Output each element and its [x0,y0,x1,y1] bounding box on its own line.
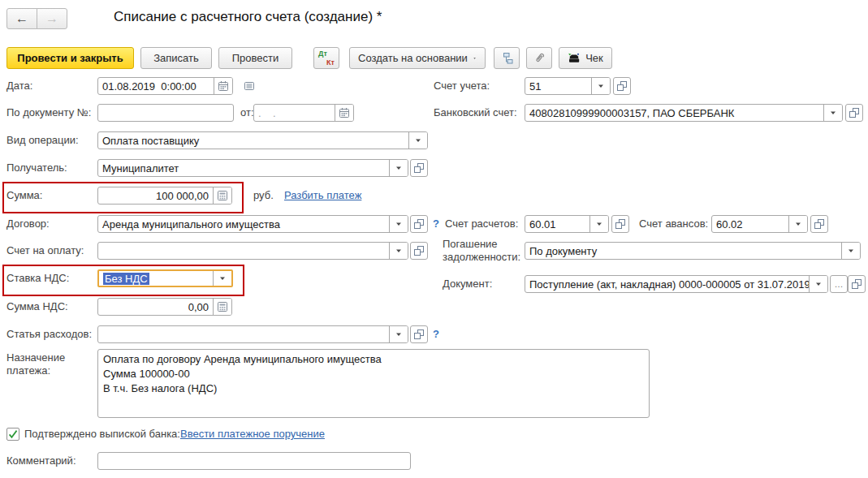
amount-calculator-button[interactable] [213,187,231,204]
debt-repayment-value: По документу [525,243,841,259]
invoice-value [98,243,389,259]
bank-account-field[interactable]: 40802810999900003157, ПАО СБЕРБАНК [525,104,843,122]
invoice-field[interactable] [97,242,408,260]
contract-help-icon[interactable]: ? [433,215,439,233]
open-icon [848,106,861,119]
operation-type-value: Оплата поставщику [98,132,408,149]
structure-button[interactable] [494,47,520,69]
contract-dropdown-button[interactable] [389,216,408,232]
post-and-close-button[interactable]: Провести и закрыть [6,47,134,69]
bank-account-dropdown-button[interactable] [823,105,842,121]
open-icon [850,278,863,291]
enter-payment-order-link[interactable]: Ввести платежное поручение [180,425,325,443]
base-document-dropdown-button[interactable] [809,276,827,292]
post-button[interactable]: Провести [218,47,292,69]
chevron-down-icon [793,219,803,229]
open-icon [412,244,425,257]
forward-button[interactable]: → [37,8,67,29]
settlement-account-dropdown-button[interactable] [589,216,608,232]
payee-field[interactable]: Муниципалитет [97,159,408,177]
advance-account-open-button[interactable] [810,215,828,233]
calendar-icon [338,106,351,119]
dt-kt-button[interactable]: Дт Кт [313,47,339,69]
vat-amount-field[interactable]: 0,00 [97,298,232,316]
back-arrow-icon: ← [15,11,28,26]
chevron-down-icon [394,219,404,229]
open-icon [813,217,826,230]
payee-label: Получатель: [6,159,67,177]
debt-repayment-dropdown-button[interactable] [841,243,860,259]
back-button[interactable]: ← [6,8,37,29]
date-calendar-button[interactable] [214,78,232,94]
comment-field[interactable] [97,452,411,470]
debt-repayment-field[interactable]: По документу [525,242,861,260]
payment-purpose-textarea[interactable]: Оплата по договору Аренда муниципального… [97,349,650,418]
operation-type-field[interactable]: Оплата поставщику [97,131,428,149]
payment-purpose-line: Сумма 100000-00 [103,367,644,381]
account-field[interactable]: 51 [525,77,611,95]
date-label: Дата: [6,77,32,95]
invoice-dropdown-button[interactable] [389,243,408,259]
debt-repayment-label: Погашение задолженности: [443,238,524,264]
contract-value: Аренда муниципального имущества [98,216,389,232]
bank-statement-confirmed-checkbox[interactable] [6,428,19,441]
vat-amount-calculator-button[interactable] [213,299,231,315]
base-document-choose-button[interactable]: … [830,275,848,293]
settlement-account-open-button[interactable] [611,215,629,233]
bank-account-open-button[interactable] [845,104,863,122]
create-based-on-button[interactable]: Создать на основании [349,47,486,69]
doc-date-field[interactable]: . . [253,104,354,122]
advance-account-field[interactable]: 60.02 [711,215,808,233]
doc-date-placeholder: . . [254,105,335,121]
vat-rate-label: Ставка НДС: [6,269,69,287]
calendar-icon [217,80,230,93]
chevron-down-icon [814,279,823,289]
comment-value [98,453,410,469]
bank-account-label: Банковский счет: [434,104,517,122]
chevron-down-icon [394,329,404,339]
split-payment-link[interactable]: Разбить платеж [284,187,361,205]
expense-item-label: Статья расходов: [6,325,92,343]
attachments-button[interactable] [526,47,552,69]
doc-date-calendar-button[interactable] [335,105,353,121]
write-label: Записать [153,52,199,64]
expense-item-value [98,326,389,342]
operation-type-dropdown-button[interactable] [408,132,427,149]
base-document-open-button[interactable] [848,275,866,293]
operation-type-label: Вид операции: [6,131,79,149]
doc-date-from-label: от: [240,104,254,122]
settlement-account-value: 60.01 [525,216,589,232]
receipt-button[interactable]: Чек [559,47,612,69]
account-open-button[interactable] [613,77,631,95]
contract-field[interactable]: Аренда муниципального имущества [97,215,408,233]
amount-field[interactable]: 100 000,00 [97,187,232,205]
chevron-down-icon [413,136,423,145]
date-list-button[interactable] [240,77,258,95]
calculator-icon [216,189,229,202]
base-document-field[interactable]: Поступление (акт, накладная) 0000-000005… [525,275,828,293]
write-button[interactable]: Записать [140,47,212,69]
expense-item-dropdown-button[interactable] [389,326,408,342]
open-icon [615,80,628,93]
date-field[interactable]: 01.08.2019 0:00:00 [97,77,233,95]
vat-rate-field[interactable]: Без НДС [97,269,233,287]
chevron-down-icon [473,54,477,63]
checkmark-icon [7,428,19,441]
base-document-label: Документ: [443,275,492,293]
amount-value: 100 000,00 [98,187,213,204]
payee-open-button[interactable] [410,159,428,177]
contract-open-button[interactable] [410,215,428,233]
invoice-open-button[interactable] [410,242,428,260]
account-dropdown-button[interactable] [591,78,610,94]
kt-label: Кт [326,59,335,67]
expense-item-open-button[interactable] [410,325,428,343]
doc-number-field[interactable] [97,104,234,122]
expense-item-field[interactable] [97,325,408,343]
invoice-label: Счет на оплату: [6,242,84,260]
payee-dropdown-button[interactable] [389,160,408,176]
advance-account-dropdown-button[interactable] [788,216,807,232]
settlement-account-field[interactable]: 60.01 [525,215,609,233]
expense-item-help-icon[interactable]: ? [433,325,439,343]
payment-purpose-label: Назначение платежа: [6,351,84,377]
vat-rate-dropdown-button[interactable] [213,271,231,286]
